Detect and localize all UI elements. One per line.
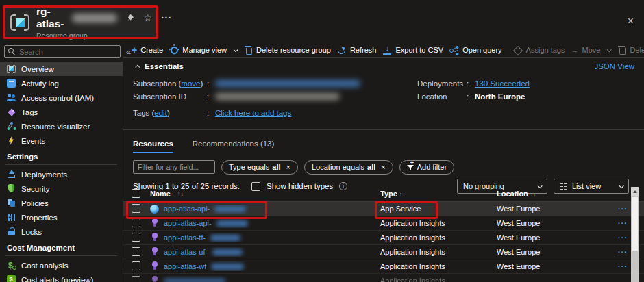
subscription-label: Subscription (move) (133, 79, 207, 88)
table-row[interactable]: appi-atlas-tf- Application Insights West… (123, 231, 644, 245)
deployments-link[interactable]: 130 Succeeded (475, 79, 530, 88)
table-row[interactable]: appi-atlas-wf Application Insights West … (123, 259, 644, 274)
tab-recommendations[interactable]: Recommendations (13) (193, 140, 275, 152)
tab-resources[interactable]: Resources (133, 140, 173, 153)
subscription-move-link[interactable]: move (181, 79, 200, 88)
delete-button[interactable]: Delete (617, 45, 644, 55)
scrollbar-thumb[interactable] (632, 197, 638, 251)
add-filter-button[interactable]: + Add filter (399, 160, 454, 175)
export-to-csv-button[interactable]: ↓ Export to CSV (382, 45, 443, 55)
row-checkbox[interactable] (132, 233, 140, 242)
move-arrow-icon: → (571, 46, 578, 54)
location-filter-pill[interactable]: Location equalsall × (304, 160, 393, 175)
table-row-partial[interactable]: Application Insights (123, 274, 644, 282)
resource-type: Application Insights (380, 248, 497, 256)
sidebar-item-label: Overview (21, 65, 54, 73)
row-checkbox[interactable] (132, 247, 140, 256)
ellipsis-icon[interactable]: ··· (161, 12, 172, 24)
star-icon[interactable]: ☆ (143, 12, 152, 23)
refresh-button[interactable]: Refresh (337, 45, 377, 55)
sidebar-item-properties[interactable]: Properties (0, 210, 123, 225)
shield-icon (7, 184, 16, 193)
column-header-type[interactable]: Type (380, 190, 397, 198)
deployments-icon (7, 170, 16, 179)
row-checkbox[interactable] (132, 204, 140, 213)
sidebar-item-label: Tags (21, 108, 38, 116)
resource-name-link[interactable]: appi-atlas-uf- (164, 248, 208, 256)
sidebar-item-tags[interactable]: Tags (0, 105, 123, 119)
sort-arrows-icon: ↑↓ (399, 191, 406, 198)
scroll-up-button[interactable] (631, 187, 639, 196)
gear-icon (169, 45, 179, 55)
sidebar-item-activity-log[interactable]: Activity log (0, 76, 123, 90)
sidebar-item-resource-visualizer[interactable]: Resource visualizer (0, 119, 123, 133)
sidebar-item-events[interactable]: Events (0, 133, 123, 148)
sidebar-item-overview[interactable]: Overview (0, 62, 123, 76)
sidebar-item-cost-analysis[interactable]: Cost analysis (0, 258, 123, 272)
resource-type: Application Insights (380, 219, 497, 227)
chevron-down-icon (234, 47, 238, 52)
sidebar-item-label: Properties (21, 214, 57, 222)
sidebar-search[interactable] (4, 45, 121, 58)
pin-icon[interactable] (125, 14, 134, 23)
sidebar-item-label: Policies (21, 199, 49, 207)
resource-name-link[interactable]: app-atlas-api- (164, 205, 210, 213)
move-button[interactable]: → Move (571, 46, 610, 54)
row-checkbox[interactable] (132, 218, 140, 227)
add-tags-link[interactable]: Click here to add tags (215, 109, 291, 117)
sidebar-item-deployments[interactable]: Deployments (0, 167, 123, 181)
search-input[interactable] (19, 48, 116, 56)
chevron-down-icon (607, 47, 612, 52)
funnel-add-filter-icon: + (407, 163, 414, 171)
tags-label: Tags (edit) (133, 109, 207, 117)
open-query-button[interactable]: Open query (449, 45, 501, 55)
application-insights-icon (150, 276, 159, 282)
manage-view-button[interactable]: Manage view (169, 45, 237, 55)
essentials-toggle[interactable]: Essentials (133, 62, 634, 70)
query-icon (449, 45, 459, 55)
redacted-name-suffix (210, 235, 240, 241)
table-row[interactable]: app-atlas-api- App Service West Europe ·… (123, 202, 644, 216)
type-filter-pill[interactable]: Type equalsall × (221, 160, 298, 175)
resource-name-link[interactable]: appi-atlas-wf (164, 262, 206, 270)
cost-alerts-icon (7, 275, 16, 282)
row-checkbox[interactable] (132, 261, 140, 270)
select-all-checkbox[interactable] (132, 189, 140, 198)
sidebar-item-locks[interactable]: Locks (0, 225, 123, 239)
table-row[interactable]: appi-atlas-api- Application Insights Wes… (123, 216, 644, 231)
events-icon (7, 136, 16, 145)
dismiss-icon[interactable]: × (381, 163, 385, 171)
dismiss-icon[interactable]: × (286, 163, 290, 171)
divider (5, 164, 117, 165)
download-icon: ↓ (382, 45, 392, 55)
redacted-title-text (72, 14, 117, 23)
json-view-link[interactable]: JSON View (594, 62, 634, 70)
column-header-location[interactable]: Location (497, 190, 528, 198)
sidebar-item-policies[interactable]: Policies (0, 196, 123, 210)
sidebar-item-cost-alerts[interactable]: Cost alerts (preview) (0, 272, 123, 282)
resource-group-header: rg-atlas- ☆ ··· Resource group (3, 6, 158, 39)
sidebar-item-security[interactable]: Security (0, 181, 123, 196)
app-service-icon (150, 205, 159, 214)
sidebar-item-label: Activity log (21, 79, 59, 88)
resource-name-link[interactable]: appi-atlas-tf- (164, 233, 206, 242)
tags-edit-link[interactable]: edit (154, 109, 167, 117)
table-row[interactable]: appi-atlas-uf- Application Insights West… (123, 245, 644, 259)
overview-icon (7, 64, 16, 73)
title-bar: rg-atlas- ☆ ··· Resource group × (0, 0, 644, 42)
column-header-name[interactable]: Name (150, 190, 171, 198)
sidebar-item-access-control[interactable]: Access control (IAM) (0, 90, 123, 105)
row-checkbox[interactable] (132, 276, 140, 282)
location-value: North Europe (475, 92, 525, 101)
redacted-name-suffix (164, 278, 225, 282)
chevron-up-icon (135, 64, 140, 69)
assign-tags-button[interactable]: Assign tags (513, 45, 565, 55)
delete-resource-group-button[interactable]: Delete resource group (243, 45, 331, 55)
resource-group-icon (10, 12, 30, 33)
filter-input[interactable] (133, 160, 215, 174)
create-button[interactable]: + Create (132, 44, 163, 55)
table-scrollbar[interactable] (631, 187, 639, 282)
resource-name-link[interactable]: appi-atlas-api- (164, 219, 212, 227)
application-insights-icon (150, 233, 159, 242)
close-icon[interactable]: × (628, 15, 634, 27)
